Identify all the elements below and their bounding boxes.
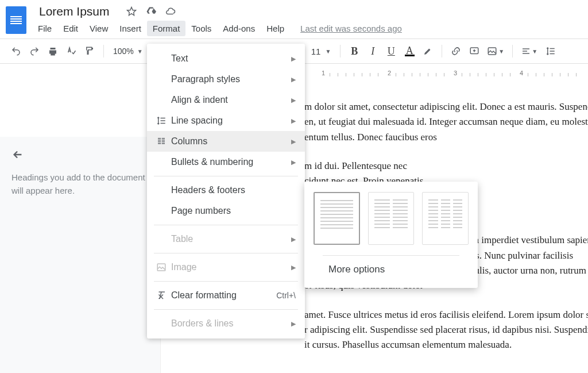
submenu-arrow-icon: ▶ bbox=[291, 264, 296, 271]
font-size-value: 11 bbox=[311, 47, 321, 56]
format-text[interactable]: Text▶ bbox=[147, 48, 305, 69]
format-table: Table▶ bbox=[147, 229, 305, 249]
shortcut-label: Ctrl+\ bbox=[276, 291, 296, 300]
menu-item-label: Table bbox=[171, 234, 291, 244]
last-edit-link[interactable]: Last edit was seconds ago bbox=[300, 24, 402, 33]
italic-button[interactable]: I bbox=[365, 43, 381, 59]
menu-item-label: Paragraph styles bbox=[171, 74, 291, 84]
columns-submenu: More options bbox=[304, 182, 478, 288]
move-to-drive-icon[interactable] bbox=[145, 6, 157, 17]
chevron-down-icon: ▼ bbox=[325, 48, 331, 55]
cloud-saved-icon[interactable] bbox=[165, 6, 176, 17]
ruler-tick: 1 bbox=[322, 70, 325, 76]
zoom-value: 100% bbox=[113, 47, 134, 56]
submenu-arrow-icon: ▶ bbox=[291, 236, 296, 243]
columns-option-1[interactable] bbox=[314, 192, 360, 245]
menu-item-label: Text bbox=[171, 53, 291, 64]
svg-marker-0 bbox=[127, 7, 136, 16]
columns-more-options[interactable]: More options bbox=[314, 256, 469, 281]
submenu-arrow-icon: ▶ bbox=[291, 97, 296, 104]
columns-option-2[interactable] bbox=[368, 192, 415, 245]
submenu-arrow-icon: ▶ bbox=[291, 159, 296, 166]
menu-tools[interactable]: Tools bbox=[185, 21, 217, 36]
chevron-down-icon: ▼ bbox=[137, 48, 143, 55]
doc-paragraph[interactable]: m dolor sit amet, consectetur adipiscing… bbox=[304, 99, 588, 145]
format-clear-formatting[interactable]: Clear formattingCtrl+\ bbox=[147, 285, 305, 306]
title-bar: Lorem Ipsum FileEditViewInsertFormatTool… bbox=[0, 0, 588, 36]
align-button[interactable]: ▼ bbox=[519, 43, 540, 59]
submenu-arrow-icon: ▶ bbox=[291, 320, 296, 328]
format-borders-lines: Borders & lines▶ bbox=[147, 313, 305, 334]
columns-option-3[interactable] bbox=[422, 192, 469, 245]
menu-item-label: Image bbox=[171, 262, 291, 272]
menu-edit[interactable]: Edit bbox=[57, 21, 84, 36]
format-page-numbers[interactable]: Page numbers bbox=[147, 201, 305, 221]
ruler-tick: 3 bbox=[454, 70, 457, 76]
menu-item-label: Bullets & numbering bbox=[171, 157, 291, 167]
menu-item-label: Columns bbox=[171, 136, 291, 147]
docs-logo-icon[interactable] bbox=[6, 6, 26, 34]
menu-view[interactable]: View bbox=[84, 21, 114, 36]
back-arrow-icon[interactable] bbox=[11, 148, 149, 161]
format-headers-footers[interactable]: Headers & footers bbox=[147, 180, 305, 201]
menu-item-label: Clear formatting bbox=[171, 290, 276, 301]
format-align-indent[interactable]: Align & indent▶ bbox=[147, 90, 305, 110]
menu-item-label: Align & indent bbox=[171, 95, 291, 105]
insert-comment-button[interactable] bbox=[466, 43, 482, 59]
paint-format-button[interactable] bbox=[82, 43, 98, 59]
menu-item-label: Headers & footers bbox=[171, 185, 296, 195]
menu-add-ons[interactable]: Add-ons bbox=[217, 21, 261, 36]
clear-icon bbox=[156, 290, 171, 301]
outline-hint-text: Headings you add to the document will ap… bbox=[11, 171, 149, 197]
submenu-arrow-icon: ▶ bbox=[291, 138, 296, 145]
menu-item-label: Borders & lines bbox=[171, 318, 291, 329]
highlight-button[interactable] bbox=[420, 43, 436, 59]
underline-button[interactable]: U bbox=[383, 43, 399, 59]
menu-item-label: Page numbers bbox=[171, 206, 296, 216]
doc-paragraph[interactable]: amet. Fusce ultrices metus id eros facil… bbox=[304, 307, 588, 353]
redo-button[interactable] bbox=[26, 43, 42, 59]
font-size-select[interactable]: 11 ▼ bbox=[307, 47, 336, 56]
text-color-button[interactable]: A bbox=[401, 43, 417, 59]
format-line-spacing[interactable]: Line spacing▶ bbox=[147, 110, 305, 131]
outline-sidebar: Headings you add to the document will ap… bbox=[0, 137, 161, 373]
bold-button[interactable]: B bbox=[346, 43, 362, 59]
menu-format[interactable]: Format bbox=[147, 21, 186, 36]
zoom-select[interactable]: 100% ▼ bbox=[109, 47, 148, 56]
submenu-arrow-icon: ▶ bbox=[291, 117, 296, 125]
format-menu: Text▶Paragraph styles▶Align & indent▶Lin… bbox=[147, 44, 305, 339]
format-bullets-numbering[interactable]: Bullets & numbering▶ bbox=[147, 152, 305, 172]
print-button[interactable] bbox=[45, 43, 61, 59]
menu-help[interactable]: Help bbox=[261, 21, 290, 36]
insert-link-button[interactable] bbox=[448, 43, 464, 59]
submenu-arrow-icon: ▶ bbox=[291, 76, 296, 83]
format-columns[interactable]: Columns▶ bbox=[147, 131, 305, 152]
menubar: FileEditViewInsertFormatToolsAdd-onsHelp… bbox=[32, 20, 402, 36]
menu-item-label: Line spacing bbox=[171, 116, 291, 126]
ruler-tick: 4 bbox=[520, 70, 523, 76]
insert-image-button[interactable]: ▼ bbox=[485, 43, 506, 59]
format-image: Image▶ bbox=[147, 257, 305, 278]
submenu-arrow-icon: ▶ bbox=[291, 55, 296, 63]
ruler-tick: 2 bbox=[388, 70, 391, 76]
format-paragraph-styles[interactable]: Paragraph styles▶ bbox=[147, 69, 305, 90]
spellcheck-button[interactable] bbox=[63, 43, 79, 59]
line-spacing-button[interactable] bbox=[543, 43, 559, 59]
menu-file[interactable]: File bbox=[32, 21, 57, 36]
image-icon bbox=[156, 262, 171, 272]
menu-insert[interactable]: Insert bbox=[114, 21, 147, 36]
line-spacing-icon bbox=[156, 116, 171, 126]
undo-button[interactable] bbox=[8, 43, 24, 59]
star-icon[interactable] bbox=[126, 6, 137, 17]
document-title[interactable]: Lorem Ipsum bbox=[36, 3, 113, 20]
columns-icon bbox=[156, 136, 171, 147]
